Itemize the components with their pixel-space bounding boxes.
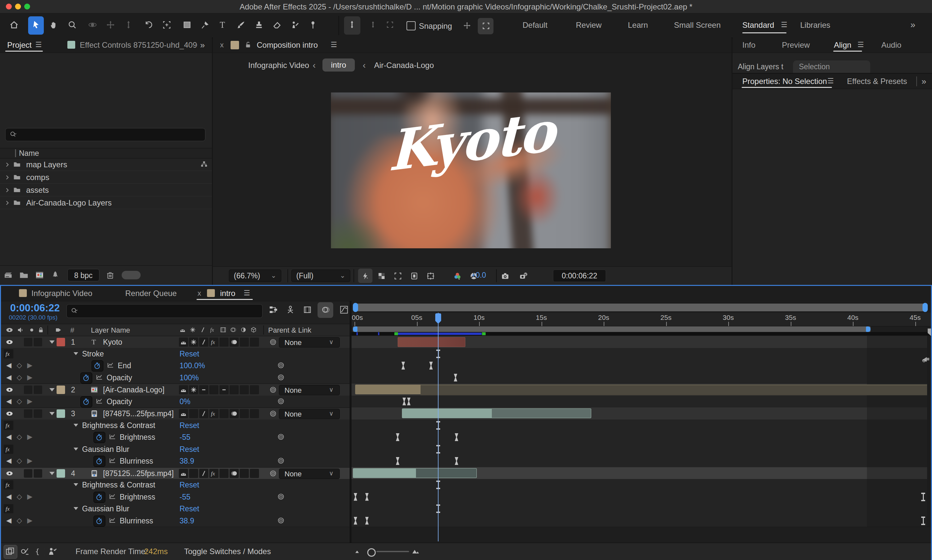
workspace-libraries[interactable]: Libraries (800, 21, 830, 30)
effect-reset-link[interactable]: Reset (179, 481, 199, 489)
switch-cell-frame-blending-icon[interactable] (219, 337, 228, 347)
layer-bar-body[interactable] (492, 408, 591, 418)
tab-effect-controls[interactable]: Effect Controls 8751250-uhd_4096_ (80, 40, 198, 50)
expression-graph-icon[interactable] (109, 517, 116, 525)
effect-group-name[interactable]: Brightness & Contrast (82, 421, 155, 430)
switch-cell-adjustment-layer-icon[interactable] (240, 409, 249, 418)
take-snapshot-icon[interactable] (501, 271, 510, 281)
toggle-switches-modes-button[interactable]: Toggle Switches / Modes (184, 547, 271, 556)
switch-cell-frame-blending-icon[interactable] (219, 385, 228, 394)
switch-cell-quality-icon[interactable] (199, 409, 208, 418)
fx-badge[interactable]: fx (4, 349, 14, 358)
mask-visibility-icon[interactable] (410, 271, 419, 281)
group-expand-caret[interactable] (74, 352, 78, 355)
switch-cell-threed-layer-icon[interactable] (250, 337, 259, 347)
switch-cell-shy-icon[interactable] (179, 385, 188, 394)
zoom-knob[interactable] (367, 548, 376, 557)
project-item-comps[interactable]: comps (0, 171, 212, 184)
property-name[interactable]: Brightness (120, 493, 155, 502)
layer-bar-head[interactable] (353, 468, 416, 478)
playhead-marker[interactable] (435, 313, 441, 321)
audio-cell[interactable] (24, 469, 32, 478)
comp-tab-close-icon[interactable]: x (220, 41, 224, 49)
keyframe-add-icon[interactable]: ◇ (17, 457, 22, 465)
effect-group-name[interactable]: Brightness & Contrast (82, 481, 155, 489)
property-value[interactable]: 38.9 (179, 457, 194, 466)
column-label-icon[interactable] (55, 326, 62, 334)
project-name-header[interactable]: Name (0, 148, 212, 158)
group-expand-caret[interactable] (74, 448, 78, 451)
keyframe-prev-icon[interactable]: ◀ (6, 433, 11, 441)
layer-name[interactable]: [Air-Canada-Logo] (103, 386, 165, 394)
layer-visibility-icon[interactable] (6, 386, 14, 394)
project-footer-pill[interactable] (122, 271, 140, 279)
new-folder-icon[interactable] (19, 270, 29, 280)
playhead[interactable] (438, 313, 438, 542)
property-value[interactable]: 38.9 (179, 517, 194, 525)
comp-timecode-display[interactable]: 0:00:06:22 (553, 269, 606, 282)
column-video-icon[interactable] (6, 326, 14, 334)
switch-cell-motion-blur-icon[interactable] (230, 409, 239, 418)
expand-parent-icon[interactable] (48, 546, 57, 556)
layer-bar-body[interactable] (421, 385, 927, 395)
switch-cell-threed-layer-icon[interactable] (250, 469, 259, 478)
layer-label-chip[interactable] (57, 386, 65, 394)
switch-cell-effects-icon[interactable]: fx (209, 337, 218, 347)
fx-badge[interactable]: fx (4, 421, 14, 430)
column-effects-icon[interactable]: fx (209, 326, 217, 334)
stopwatch-button[interactable] (94, 492, 105, 503)
switch-cell-adjustment-layer-icon[interactable] (240, 385, 249, 394)
scrollbar-thumb[interactable] (353, 303, 928, 311)
switch-cell-shy-icon[interactable] (179, 409, 188, 418)
lock-cell[interactable] (34, 338, 42, 346)
parent-pickwhip-icon[interactable] (269, 410, 277, 418)
scrollbar-cap-right[interactable] (923, 303, 928, 312)
breadcrumb-intro-pill[interactable]: intro (322, 58, 355, 72)
column-frame-blending-icon[interactable] (219, 326, 227, 334)
switch-cell-effects-icon[interactable]: fx (209, 409, 218, 418)
comp-unlock-icon[interactable] (244, 41, 252, 49)
timeline-h-scrollbar[interactable] (353, 303, 928, 312)
column-audio-icon[interactable] (17, 326, 25, 334)
property-pickwhip-icon[interactable] (277, 457, 285, 465)
expression-graph-icon[interactable] (109, 493, 116, 500)
breadcrumb-air-canada-logo[interactable]: Air-Canada-Logo (374, 61, 434, 70)
switch-cell-quality-icon[interactable] (199, 385, 208, 394)
layer-name[interactable]: Kyoto (103, 338, 122, 347)
delete-item-icon[interactable] (105, 270, 115, 280)
zoom-in-timeline-icon[interactable] (412, 548, 420, 555)
zoom-track[interactable] (377, 551, 409, 552)
keyframe-prev-icon[interactable]: ◀ (6, 517, 11, 525)
column-lock-icon[interactable] (37, 326, 45, 334)
expand-chevron-icon[interactable] (4, 187, 10, 193)
switch-cell-threed-layer-icon[interactable] (250, 385, 259, 394)
effect-reset-link[interactable]: Reset (179, 505, 199, 513)
keyframe-prev-icon[interactable]: ◀ (6, 397, 11, 405)
graph-editor-icon[interactable] (339, 305, 349, 315)
render-icon[interactable] (50, 270, 60, 280)
timeline-zoom-slider[interactable] (354, 543, 420, 560)
composition-viewer[interactable]: Kyoto (331, 92, 611, 248)
layer-label-chip[interactable] (57, 469, 65, 478)
scrollbar-cap-left[interactable] (353, 303, 358, 312)
effect-group-name[interactable]: Gaussian Blur (82, 445, 129, 454)
layer-name[interactable]: [874875...25fps.mp4] (103, 409, 174, 418)
project-item-air-canada-logo-layers[interactable]: Air-Canada-Logo Layers (0, 196, 212, 209)
parent-link-dropdown[interactable]: None∨ (279, 385, 340, 395)
column-shy-icon[interactable] (179, 326, 187, 334)
workspace-standard[interactable]: Standard (742, 21, 774, 30)
property-name[interactable]: Opacity (106, 397, 132, 406)
keyframe-add-icon[interactable]: ◇ (17, 433, 22, 441)
frame-blending-icon[interactable] (302, 305, 312, 315)
project-tab-overflow-icon[interactable]: » (200, 40, 205, 50)
keyframe-prev-icon[interactable]: ◀ (6, 493, 11, 500)
tab-properties[interactable]: Properties: No Selection (742, 77, 827, 86)
effect-reset-link[interactable]: Reset (179, 445, 199, 454)
layer-bar-head[interactable] (402, 408, 492, 418)
timeline-search-input[interactable] (66, 304, 262, 318)
group-expand-caret[interactable] (74, 507, 78, 510)
properties-overflow-icon[interactable]: » (921, 77, 926, 86)
fast-previews-icon[interactable] (361, 271, 370, 281)
property-value[interactable]: 100% (179, 374, 199, 382)
keyframe-summary-icon[interactable] (921, 493, 925, 501)
